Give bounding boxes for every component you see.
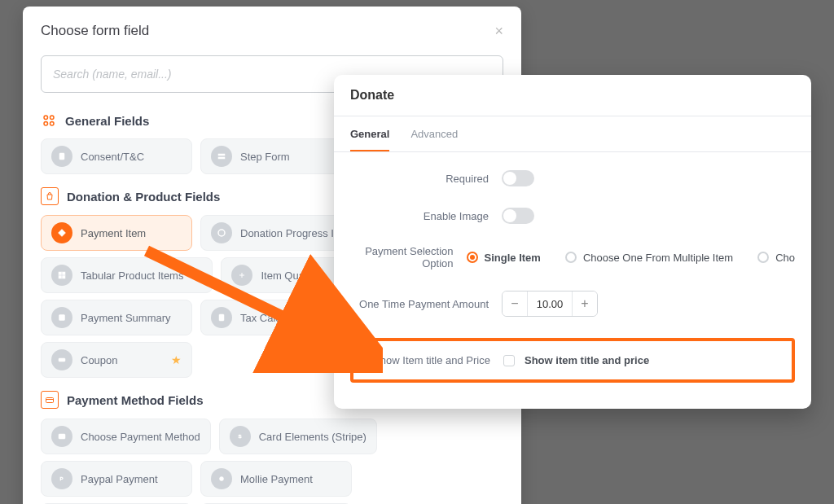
ticket-icon — [51, 349, 72, 370]
document-icon — [51, 146, 72, 167]
svg-rect-18 — [59, 434, 65, 439]
svg-text:S: S — [238, 434, 241, 439]
chip-coupon[interactable]: Coupon ★ — [41, 342, 192, 378]
svg-rect-5 — [218, 154, 225, 156]
row-amount: One Time Payment Amount − + — [350, 291, 795, 317]
chip-label: Mollie Payment — [240, 473, 313, 485]
close-icon[interactable]: × — [494, 24, 503, 38]
svg-rect-16 — [46, 398, 54, 403]
svg-rect-14 — [219, 314, 224, 321]
star-icon[interactable]: ★ — [171, 353, 182, 366]
table-icon — [51, 265, 72, 286]
chip-mollie[interactable]: Mollie Payment — [200, 461, 352, 497]
plus-minus-icon — [231, 265, 252, 286]
chip-label: Tabular Product Items — [81, 270, 183, 282]
bag-icon — [41, 187, 59, 205]
chip-label: Choose Payment Method — [81, 431, 200, 443]
stripe-icon: S — [230, 426, 251, 447]
stepper-plus[interactable]: + — [573, 291, 597, 316]
amount-input[interactable] — [527, 291, 573, 316]
tag-icon — [51, 222, 72, 243]
svg-rect-15 — [59, 358, 65, 362]
label-enable-image: Enable Image — [350, 210, 489, 222]
modal-header: Choose form field × — [41, 23, 503, 39]
svg-rect-6 — [218, 157, 225, 159]
highlight-show-item: Show Item title and Price Show item titl… — [350, 338, 795, 383]
payment-chips: Choose Payment Method S Card Elements (S… — [41, 419, 503, 504]
section-title: Payment Method Fields — [67, 393, 204, 407]
radio-dot-icon — [467, 252, 478, 263]
chip-label: Card Elements (Stripe) — [259, 431, 367, 443]
svg-point-0 — [44, 116, 48, 120]
section-title: Donation & Product Fields — [67, 190, 220, 204]
chip-label: Tax Calculated Amount — [240, 312, 349, 324]
svg-rect-4 — [59, 153, 64, 160]
settings: Required Enable Image Payment Selection … — [334, 152, 811, 389]
radio-dot-icon — [757, 252, 769, 263]
chip-payment-summary[interactable]: Payment Summary — [41, 300, 192, 335]
chip-paypal[interactable]: P Paypal Payment — [41, 461, 192, 497]
svg-point-7 — [218, 230, 225, 236]
toggle-enable-image[interactable] — [502, 208, 534, 224]
steps-icon — [211, 146, 232, 167]
chip-label: Paypal Payment — [81, 473, 158, 485]
donate-title: Donate — [334, 75, 811, 116]
row-selection: Payment Selection Option Single Item Cho… — [350, 245, 795, 270]
chip-label: Step Form — [240, 151, 290, 163]
checkbox-label: Show item title and price — [525, 354, 649, 366]
section-title: General Fields — [65, 114, 149, 128]
radio-multiple-item[interactable]: Choose One From Multiple Item — [565, 252, 733, 264]
chip-label: Coupon — [81, 354, 118, 366]
chip-label: Payment Summary — [81, 312, 171, 324]
svg-point-2 — [44, 122, 48, 126]
amount-stepper: − + — [502, 291, 598, 317]
tab-advanced[interactable]: Advanced — [410, 128, 458, 151]
chip-tabular[interactable]: Tabular Product Items ★ — [41, 257, 213, 293]
label-required: Required — [350, 173, 489, 185]
chip-payment-item[interactable]: Payment Item — [41, 215, 192, 251]
toggle-required[interactable] — [502, 170, 534, 186]
svg-point-1 — [50, 116, 55, 120]
chip-choose-method[interactable]: Choose Payment Method — [41, 419, 211, 454]
chip-card-elements[interactable]: S Card Elements (Stripe) — [219, 419, 377, 454]
wallet-icon — [51, 426, 72, 447]
chip-step-form[interactable]: Step Form — [200, 138, 352, 174]
stepper-minus[interactable]: − — [503, 291, 527, 316]
grid-icon — [41, 112, 57, 129]
radio-label: Choose One From Multiple Item — [583, 252, 733, 264]
progress-icon — [211, 222, 232, 243]
modal-title: Choose form field — [41, 23, 149, 39]
chip-label: Payment Item — [81, 227, 146, 239]
svg-point-21 — [220, 477, 224, 481]
chip-label: Item Quantity — [261, 270, 323, 282]
radio-single-item[interactable]: Single Item — [467, 252, 541, 264]
radio-group-selection: Single Item Choose One From Multiple Ite… — [467, 252, 795, 264]
star-icon[interactable]: ★ — [191, 269, 202, 282]
checkbox-show-item[interactable] — [503, 355, 515, 366]
radio-label: Single Item — [485, 252, 541, 264]
row-enable-image: Enable Image — [350, 208, 795, 224]
donate-panel: Donate General Advanced Required Enable … — [334, 75, 811, 409]
paypal-icon: P — [51, 468, 72, 489]
svg-text:P: P — [60, 476, 64, 481]
tab-general[interactable]: General — [350, 128, 389, 151]
radio-cho[interactable]: Cho — [757, 252, 795, 264]
tabs: General Advanced — [334, 116, 811, 152]
list-icon — [51, 307, 72, 328]
row-required: Required — [350, 170, 795, 186]
chip-label: Consent/T&C — [81, 151, 144, 163]
svg-point-3 — [50, 122, 55, 126]
label-show-item: Show Item title and Price — [370, 354, 490, 366]
mollie-icon — [211, 468, 232, 489]
calc-icon — [211, 307, 232, 328]
label-amount: One Time Payment Amount — [350, 298, 489, 310]
svg-rect-13 — [59, 315, 65, 321]
card-icon — [41, 391, 59, 409]
chip-consent[interactable]: Consent/T&C — [41, 138, 192, 174]
label-selection: Payment Selection Option — [350, 245, 454, 270]
radio-dot-icon — [565, 252, 577, 263]
radio-label: Cho — [775, 252, 795, 264]
